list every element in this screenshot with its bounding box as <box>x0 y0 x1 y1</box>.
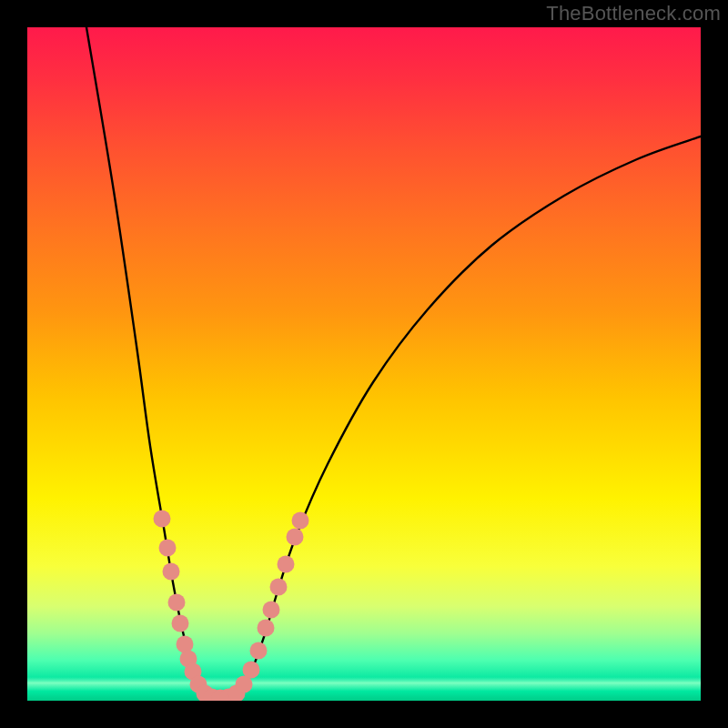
data-marker <box>278 556 295 573</box>
data-marker <box>270 579 288 596</box>
data-marker <box>258 620 275 637</box>
data-marker <box>250 642 268 660</box>
marker-group <box>154 511 309 702</box>
data-marker <box>168 594 186 612</box>
curve-layer <box>27 27 701 701</box>
data-marker <box>243 662 260 679</box>
data-marker <box>159 540 177 557</box>
data-marker <box>163 563 180 581</box>
data-marker <box>292 512 309 530</box>
data-marker <box>172 615 189 632</box>
plot-area <box>27 27 701 701</box>
data-marker <box>263 602 280 619</box>
watermark-text: TheBottleneck.com <box>546 2 721 25</box>
data-marker <box>287 529 304 546</box>
data-marker <box>154 511 171 528</box>
data-marker <box>177 636 194 653</box>
chart-frame: TheBottleneck.com <box>0 0 728 728</box>
